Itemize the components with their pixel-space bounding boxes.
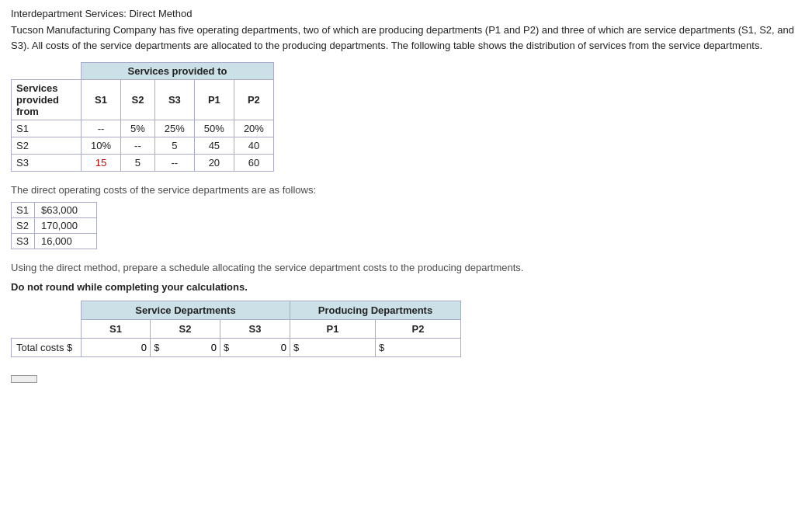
s3-dollar: $ [224,342,229,353]
row-header-services: Services [16,82,76,94]
p2-input[interactable] [387,342,457,353]
submit-button[interactable] [11,375,37,383]
col-header-p2: P2 [375,320,460,339]
col-header-p2: P2 [234,80,273,120]
row-header-from: from [16,106,76,117]
services-provided-to-header: Services provided to [82,63,274,80]
table-row: S1 $63,000 [12,203,97,218]
p2-dollar: $ [379,342,384,353]
s2-dollar: $ [154,342,159,353]
allocation-table: Service Departments Producing Department… [11,301,461,357]
cost-intro-text: The direct operating costs of the servic… [11,184,801,196]
table-row: S3 15 5 -- 20 60 [12,155,274,172]
service-depts-header: Service Departments [82,301,290,320]
col-header-s3: S3 [154,80,194,120]
cost-table: S1 $63,000 S2 170,000 S3 16,000 [11,202,97,249]
table-row: S2 170,000 [12,218,97,234]
col-header-s3: S3 [220,320,290,339]
instruction2-text: Do not round while completing your calcu… [11,281,801,293]
row-header-provided: provided [16,94,76,106]
table-row: S1 -- 5% 25% 50% 20% [12,120,274,137]
services-table-wrapper: Services provided to Services provided f… [11,62,801,172]
page-title: Interdepartment Services: Direct Method [11,8,801,19]
total-costs-row: Total costs $ $ $ $ $ [12,339,461,357]
producing-depts-header: Producing Departments [290,301,461,320]
col-header-s2: S2 [151,320,220,339]
bottom-button-area [11,370,801,383]
description-text: Tucson Manufacturing Company has five op… [11,23,801,53]
p1-dollar: $ [293,342,299,353]
col-header-s2: S2 [121,80,155,120]
col-header-s1: S1 [82,80,121,120]
table-row: S2 10% -- 5 45 40 [12,137,274,155]
instruction1-text: Using the direct method, prepare a sched… [11,262,801,273]
table-row: S3 16,000 [12,234,97,249]
s1-input[interactable] [85,342,147,353]
col-header-s1: S1 [82,320,151,339]
s3-input[interactable] [232,342,286,353]
col-header-p1: P1 [290,320,376,339]
p1-input[interactable] [302,342,372,353]
s2-input[interactable] [162,342,217,353]
col-header-p1: P1 [194,80,234,120]
